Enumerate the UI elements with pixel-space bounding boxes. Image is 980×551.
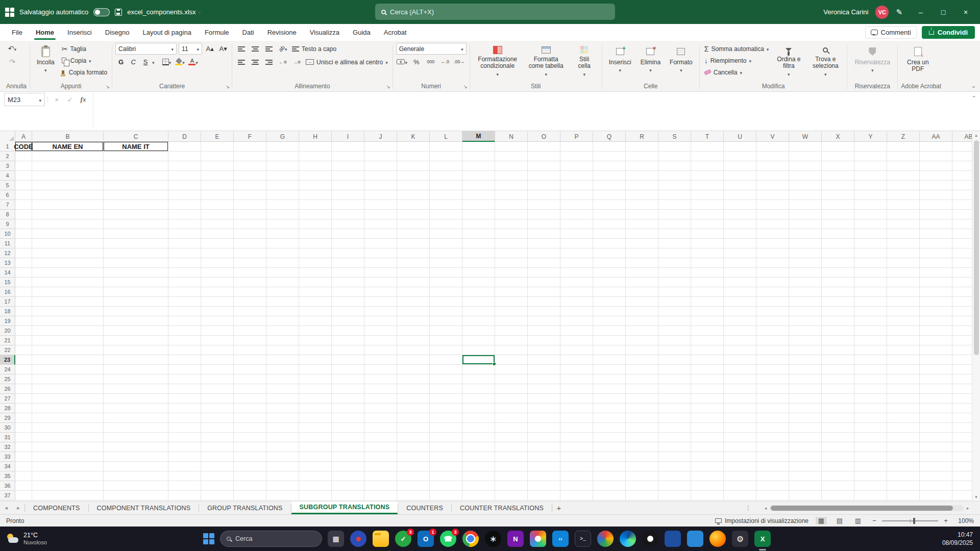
align-right-button[interactable]: [263, 57, 275, 68]
cell-A2[interactable]: [15, 152, 32, 161]
cell-O30[interactable]: [528, 423, 560, 433]
cell-R2[interactable]: [626, 152, 658, 161]
cell-P18[interactable]: [560, 307, 593, 316]
cell-K32[interactable]: [397, 442, 430, 452]
scroll-up-icon[interactable]: ▴: [975, 131, 977, 139]
cell-W9[interactable]: [789, 219, 822, 229]
cell-F10[interactable]: [234, 229, 266, 239]
cell-V24[interactable]: [756, 365, 789, 374]
excel-icon[interactable]: X: [754, 531, 771, 547]
cell-V30[interactable]: [756, 423, 789, 433]
cell-A7[interactable]: [15, 200, 32, 210]
cell-M4[interactable]: [462, 171, 495, 181]
cell-P27[interactable]: [560, 394, 593, 404]
cell-F2[interactable]: [234, 152, 266, 161]
cell-V17[interactable]: [756, 297, 789, 307]
cell-D15[interactable]: [168, 278, 201, 287]
cell-A21[interactable]: [15, 336, 32, 345]
cell-X31[interactable]: [822, 433, 854, 442]
cell-X33[interactable]: [822, 452, 854, 462]
firefox-icon[interactable]: [709, 531, 726, 547]
cell-T5[interactable]: [691, 181, 724, 190]
onenote-icon[interactable]: N: [507, 531, 524, 547]
cell-D5[interactable]: [168, 181, 201, 190]
column-header-W[interactable]: W: [789, 131, 822, 142]
italic-button[interactable]: C: [128, 56, 139, 67]
cell-C28[interactable]: [104, 404, 168, 413]
cell-B8[interactable]: [32, 210, 104, 219]
cell-I30[interactable]: [332, 423, 364, 433]
cell-N5[interactable]: [495, 181, 528, 190]
tab-dati[interactable]: Dati: [236, 26, 261, 39]
cell-D18[interactable]: [168, 307, 201, 316]
cell-Z30[interactable]: [887, 423, 920, 433]
cell-X24[interactable]: [822, 365, 854, 374]
cell-Y7[interactable]: [854, 200, 887, 210]
cell-S6[interactable]: [658, 190, 691, 200]
cell-S24[interactable]: [658, 365, 691, 374]
normal-view-icon[interactable]: ▦: [816, 517, 827, 524]
column-header-N[interactable]: N: [495, 131, 528, 142]
cell-X11[interactable]: [822, 239, 854, 248]
cell-R26[interactable]: [626, 384, 658, 394]
cell-C9[interactable]: [104, 219, 168, 229]
row-header-36[interactable]: 36: [0, 481, 15, 491]
cell-D23[interactable]: [168, 355, 201, 365]
cell-R30[interactable]: [626, 423, 658, 433]
cell-Q8[interactable]: [593, 210, 626, 219]
cell-C25[interactable]: [104, 374, 168, 384]
cell-V2[interactable]: [756, 152, 789, 161]
cell-X28[interactable]: [822, 404, 854, 413]
zoom-slider-thumb[interactable]: [913, 518, 915, 524]
cell-I2[interactable]: [332, 152, 364, 161]
cell-F28[interactable]: [234, 404, 266, 413]
font-dialog-launcher-icon[interactable]: ↘: [225, 84, 231, 90]
cell-O11[interactable]: [528, 239, 560, 248]
cell-U28[interactable]: [724, 404, 756, 413]
cell-H30[interactable]: [299, 423, 332, 433]
cell-W2[interactable]: [789, 152, 822, 161]
cell-D20[interactable]: [168, 326, 201, 336]
cell-B32[interactable]: [32, 442, 104, 452]
cell-G7[interactable]: [266, 200, 299, 210]
cell-I29[interactable]: [332, 413, 364, 423]
cell-R31[interactable]: [626, 433, 658, 442]
cell-W28[interactable]: [789, 404, 822, 413]
cell-F9[interactable]: [234, 219, 266, 229]
cell-F23[interactable]: [234, 355, 266, 365]
cell-J22[interactable]: [364, 345, 397, 355]
delete-cells-button[interactable]: Elimina: [637, 43, 664, 80]
cell-K14[interactable]: [397, 268, 430, 278]
cell-V9[interactable]: [756, 219, 789, 229]
cell-AA25[interactable]: [920, 374, 952, 384]
cell-N33[interactable]: [495, 452, 528, 462]
orientation-button[interactable]: ab: [277, 43, 289, 55]
cell-Q31[interactable]: [593, 433, 626, 442]
cell-Y19[interactable]: [854, 316, 887, 326]
cell-L1[interactable]: [430, 142, 462, 152]
cell-I12[interactable]: [332, 248, 364, 258]
cell-Y21[interactable]: [854, 336, 887, 345]
cell-P36[interactable]: [560, 481, 593, 491]
cell-O13[interactable]: [528, 258, 560, 268]
cell-I17[interactable]: [332, 297, 364, 307]
cell-H35[interactable]: [299, 471, 332, 481]
cell-S8[interactable]: [658, 210, 691, 219]
cell-K25[interactable]: [397, 374, 430, 384]
taskbar-clock[interactable]: 10:47 08/09/2025: [942, 527, 973, 551]
cell-X25[interactable]: [822, 374, 854, 384]
cell-AA32[interactable]: [920, 442, 952, 452]
cell-I27[interactable]: [332, 394, 364, 404]
cell-W25[interactable]: [789, 374, 822, 384]
cell-AA11[interactable]: [920, 239, 952, 248]
cell-Z2[interactable]: [887, 152, 920, 161]
cell-AA15[interactable]: [920, 278, 952, 287]
cell-B30[interactable]: [32, 423, 104, 433]
cell-AA13[interactable]: [920, 258, 952, 268]
cell-W7[interactable]: [789, 200, 822, 210]
cell-Q37[interactable]: [593, 491, 626, 500]
cell-A24[interactable]: [15, 365, 32, 374]
cell-M10[interactable]: [462, 229, 495, 239]
cell-D28[interactable]: [168, 404, 201, 413]
cell-J23[interactable]: [364, 355, 397, 365]
